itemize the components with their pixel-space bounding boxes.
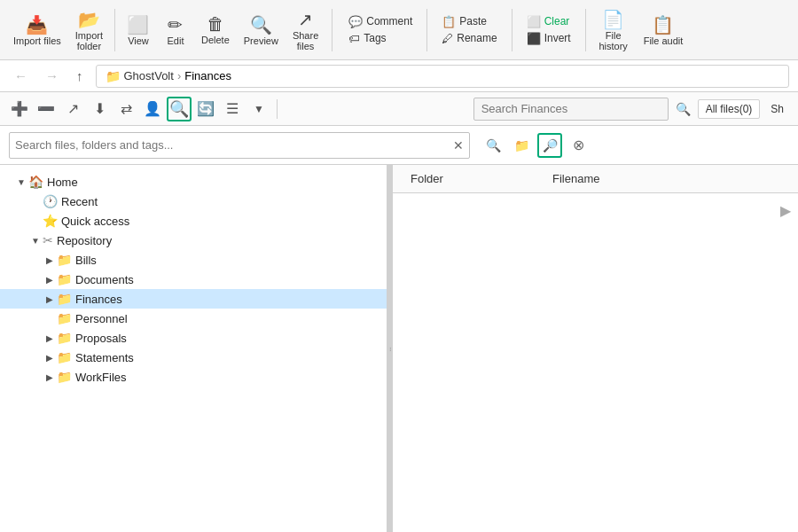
search-magnifier-button[interactable]: 🔍 — [481, 133, 505, 158]
comment-icon: 💬 — [348, 15, 363, 28]
import-files-label: Import files — [13, 35, 61, 46]
add-button[interactable]: ➕ — [7, 97, 32, 121]
tree-item-statements[interactable]: ▶ 📁 Statements — [0, 348, 387, 367]
export-button[interactable]: ↗ — [60, 97, 85, 121]
file-history-button[interactable]: 📄 Filehistory — [591, 5, 636, 55]
delete-button[interactable]: 🗑 Delete — [195, 11, 236, 49]
file-tree-panel: ▼ 🏠 Home 🕐 Recent ⭐ Quick access ▼ ✂ Rep… — [0, 165, 387, 532]
documents-folder-icon: 📁 — [57, 272, 72, 286]
edit-icon: ✏ — [168, 14, 183, 35]
search-close-button[interactable]: ⊗ — [566, 133, 591, 158]
personnel-folder-icon: 📁 — [57, 311, 72, 325]
icon-bar: ➕ ➖ ↗ ⬇ ⇄ 👤 🔍 🔄 ☰ ▼ 🔍 All files(0) Sh — [0, 92, 798, 126]
column-filename[interactable]: Filename — [545, 170, 787, 187]
home-label: Home — [47, 176, 78, 189]
separator-4 — [512, 9, 512, 51]
toolbar-paste-rename: 📋 Paste 🖊 Rename — [433, 12, 505, 48]
separator-2 — [332, 9, 332, 51]
dropdown-button[interactable]: ▼ — [246, 97, 271, 121]
scroll-indicator[interactable]: ▶ — [780, 202, 791, 219]
share-files-label: Sharefiles — [293, 30, 318, 51]
edit-button[interactable]: ✏ Edit — [158, 11, 193, 50]
breadcrumb-current: Finances — [184, 69, 231, 82]
back-button[interactable]: ← — [9, 66, 33, 86]
toolbar-clear-invert: ⬜ Clear ⬛ Invert — [518, 12, 580, 48]
preview-label: Preview — [244, 35, 278, 46]
statements-label: Statements — [75, 351, 134, 364]
column-folder[interactable]: Folder — [403, 170, 545, 187]
column-headers: Folder Filename — [393, 165, 798, 193]
recent-label: Recent — [61, 195, 98, 208]
search-input[interactable] — [15, 138, 453, 152]
import-files-button[interactable]: 📥 Import files — [7, 11, 67, 50]
view-button[interactable]: ⬜ View — [121, 11, 156, 50]
breadcrumb[interactable]: 📁 GhostVolt › Finances — [96, 65, 790, 88]
tags-button[interactable]: 🏷 Tags — [345, 31, 416, 46]
edit-label: Edit — [168, 35, 184, 46]
search-button[interactable]: 🔍 — [167, 97, 192, 121]
preview-button[interactable]: 🔍 Preview — [238, 11, 285, 50]
breadcrumb-root: GhostVolt — [124, 69, 174, 82]
tree-arrow-bills: ▶ — [43, 255, 57, 265]
sync-button[interactable]: ⇄ — [113, 97, 138, 121]
tree-item-bills[interactable]: ▶ 📁 Bills — [0, 250, 387, 270]
import-folder-button[interactable]: 📂 Importfolder — [69, 5, 109, 55]
search-icon: 🔍 — [672, 100, 694, 118]
search-icons: 🔍 📁 🔎 ⊗ — [481, 133, 591, 158]
rename-icon: 🖊 — [442, 32, 453, 45]
tree-item-personnel[interactable]: 📁 Personnel — [0, 309, 387, 328]
clear-search-button[interactable]: ✕ — [453, 138, 464, 153]
repository-icon: ✂ — [43, 233, 53, 247]
delete-label: Delete — [201, 35, 230, 45]
share-files-button[interactable]: ↗ Sharefiles — [286, 5, 325, 55]
tree-item-recent[interactable]: 🕐 Recent — [0, 192, 387, 211]
refresh-button[interactable]: 🔄 — [193, 97, 218, 121]
tree-arrow-home: ▼ — [14, 177, 28, 187]
repository-label: Repository — [57, 234, 112, 247]
toolbar-right: 💬 Comment 🏷 Tags — [340, 12, 421, 48]
tags-icon: 🏷 — [348, 32, 360, 45]
tree-item-workfiles[interactable]: ▶ 📁 WorkFiles — [0, 367, 387, 387]
invert-button[interactable]: ⬛ Invert — [523, 31, 575, 46]
tree-item-documents[interactable]: ▶ 📁 Documents — [0, 270, 387, 289]
workfiles-folder-icon: 📁 — [57, 370, 72, 384]
forward-button[interactable]: → — [40, 66, 64, 86]
proposals-folder-icon: 📁 — [57, 331, 72, 345]
list-button[interactable]: ☰ — [220, 97, 245, 121]
right-panel: Folder Filename ▶ — [393, 165, 798, 532]
comment-label: Comment — [366, 15, 412, 27]
tree-arrow-proposals: ▶ — [43, 333, 57, 343]
breadcrumb-folder-icon: 📁 — [106, 69, 121, 83]
tree-arrow-workfiles: ▶ — [43, 372, 57, 382]
rename-label: Rename — [457, 32, 497, 44]
tree-item-proposals[interactable]: ▶ 📁 Proposals — [0, 328, 387, 348]
clear-button[interactable]: ⬜ Clear — [523, 14, 575, 29]
file-history-icon: 📄 — [602, 9, 624, 30]
preview-icon: 🔍 — [250, 14, 272, 35]
file-audit-button[interactable]: 📋 File audit — [638, 11, 690, 50]
tree-item-home[interactable]: ▼ 🏠 Home — [0, 172, 387, 192]
personnel-label: Personnel — [75, 312, 128, 325]
search-finances-input[interactable] — [473, 98, 669, 121]
bills-label: Bills — [75, 254, 97, 267]
comment-button[interactable]: 💬 Comment — [345, 14, 416, 29]
tree-item-repository[interactable]: ▼ ✂ Repository — [0, 231, 387, 250]
quickaccess-label: Quick access — [61, 215, 129, 228]
rename-button[interactable]: 🖊 Rename — [438, 31, 500, 46]
up-button[interactable]: ↑ — [71, 66, 89, 86]
invert-icon: ⬛ — [527, 32, 541, 45]
user-button[interactable]: 👤 — [140, 97, 165, 121]
search-folder-button[interactable]: 📁 — [509, 133, 534, 158]
search-highlight-button[interactable]: 🔎 — [537, 133, 562, 158]
download-button[interactable]: ⬇ — [87, 97, 112, 121]
paste-button[interactable]: 📋 Paste — [438, 14, 500, 29]
tree-item-quickaccess[interactable]: ⭐ Quick access — [0, 211, 387, 231]
paste-icon: 📋 — [442, 15, 456, 28]
finances-folder-icon: 📁 — [57, 292, 72, 306]
home-icon: 🏠 — [28, 175, 43, 189]
remove-button[interactable]: ➖ — [34, 97, 59, 121]
file-audit-label: File audit — [644, 35, 684, 46]
tree-item-finances[interactable]: ▶ 📁 Finances — [0, 289, 387, 309]
all-files-button[interactable]: All files(0) — [698, 99, 761, 119]
show-button[interactable]: Sh — [763, 100, 791, 118]
